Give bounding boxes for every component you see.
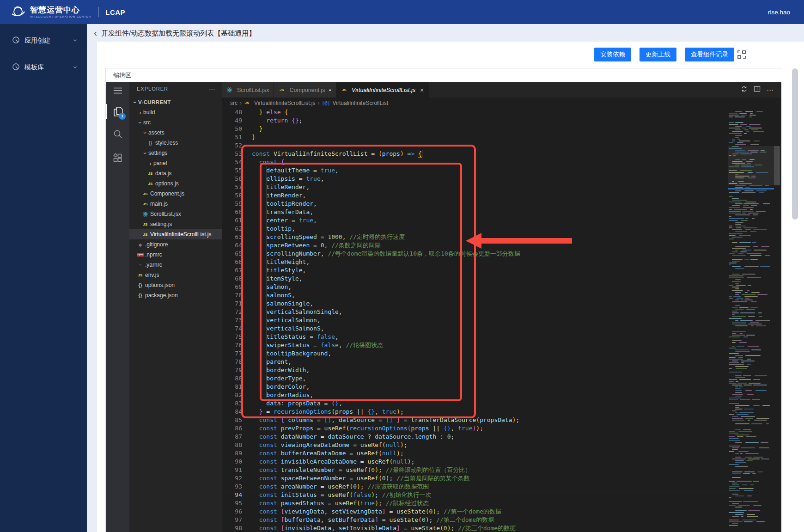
editor-more-icon[interactable]: ⋯	[767, 86, 774, 94]
code-line[interactable]: 69 salmon,	[222, 283, 728, 291]
sidebar-item-template-library[interactable]: 模板库	[0, 57, 87, 78]
tab-scrolllist-jsx[interactable]: ScrollList.jsx	[222, 82, 274, 98]
code-line[interactable]: 73 verticalSalmon,	[222, 316, 728, 324]
tree-item-virtualiinfinitescrolllist-js[interactable]: JSVirtualiInfiniteScrollList.js	[129, 229, 222, 239]
code-line[interactable]: 58 itemRender,	[222, 191, 728, 200]
tree-item-main-js[interactable]: JSmain.js	[129, 199, 222, 209]
code-line[interactable]: 79 borderWidth,	[222, 366, 728, 374]
code-line[interactable]: 87 const dataNumber = dataSource ? dataS…	[222, 433, 728, 441]
tree-item-component-js[interactable]: JSComponent.js	[129, 189, 222, 199]
compare-changes-icon[interactable]	[741, 86, 748, 94]
tree-item-scrolllist-jsx[interactable]: ScrollList.jsx	[129, 209, 222, 219]
sidebar-item-app-create[interactable]: 应用创建	[0, 31, 87, 51]
search-icon[interactable]	[106, 126, 129, 142]
tree-item-data-js[interactable]: JSdata.js	[129, 168, 222, 178]
code-line[interactable]: 62 tooltip,	[222, 225, 728, 233]
code-line[interactable]: 95 const pausedStatus = useRef(true); //…	[222, 499, 728, 508]
code-line[interactable]: 52	[222, 141, 728, 150]
tree-item-style-less[interactable]: {}style.less	[129, 138, 222, 148]
tree-item-options-json[interactable]: {}options.json	[129, 280, 222, 290]
code-line[interactable]: 57 titleRender,	[222, 183, 728, 191]
breadcrumb-item[interactable]: src	[230, 100, 238, 106]
fullscreen-icon[interactable]	[737, 49, 747, 60]
tree-item-package-json[interactable]: {}package.json	[129, 290, 222, 300]
code-line[interactable]: 82 borderRadius,	[222, 391, 728, 399]
code-line[interactable]: 59 tooltipRender,	[222, 200, 728, 208]
code-line[interactable]: 80 borderType,	[222, 374, 728, 383]
explorer-activity-icon[interactable]: 1	[106, 103, 129, 120]
code-line[interactable]: 54 const {	[222, 158, 728, 166]
tree-item-env-js[interactable]: JSenv.js	[129, 270, 222, 280]
editor-scrollbar[interactable]	[774, 146, 780, 185]
split-editor-icon[interactable]	[754, 86, 761, 94]
code-line[interactable]: 90 const invisibleAreaDataDome = useRef(…	[222, 458, 728, 466]
code-line[interactable]: 85 const { columns = [], dataSource = []…	[222, 416, 728, 424]
tree-item-assets[interactable]: ›assets	[129, 128, 222, 138]
code-line[interactable]: 89 const bufferAreaDataDome = useRef(nul…	[222, 449, 728, 458]
code-area[interactable]: 48 } else {49 return {};50 }51}5253const…	[222, 108, 728, 532]
tree-item-npmrc[interactable]: npm.npmrc	[129, 250, 222, 260]
code-text: return {};	[242, 116, 303, 125]
tab-virtualiinfinitescrolllist-js[interactable]: JSVirtualiInfiniteScrollList.js×	[336, 82, 429, 98]
code-line[interactable]: 51}	[222, 133, 728, 141]
code-line[interactable]: 92 const spaceBetweenNumber = useRef(0);…	[222, 474, 728, 483]
code-line[interactable]: 60 transferData,	[222, 208, 728, 216]
code-line[interactable]: 86 const prevProps = useRef(recursionOpt…	[222, 424, 728, 433]
code-line[interactable]: 55 defaultTheme = true,	[222, 166, 728, 175]
code-line[interactable]: 56 ellipsis = true,	[222, 175, 728, 183]
code-line[interactable]: 70 salmonS,	[222, 291, 728, 300]
code-line[interactable]: 71 salmonSingle,	[222, 300, 728, 308]
install-dependencies-button[interactable]: 安装依赖	[594, 48, 631, 61]
product-name[interactable]: LCAP	[105, 8, 125, 16]
tree-item-build[interactable]: ›build	[129, 107, 222, 117]
tree-item-panel[interactable]: ›panel	[129, 158, 222, 168]
code-line[interactable]: 78 parent,	[222, 358, 728, 366]
code-line[interactable]: 97 const [bufferData, setBufferData] = u…	[222, 516, 728, 524]
back-icon[interactable]: ‹	[94, 28, 97, 37]
code-line[interactable]: 98 const [invisibleData, setInvisibleDat…	[222, 524, 728, 532]
code-line[interactable]: 63 scrollingSpeed = 1000, //定时器的执行速度	[222, 233, 728, 241]
update-online-button[interactable]: 更新上线	[640, 48, 676, 61]
code-line[interactable]: 50 }	[222, 125, 728, 133]
code-line[interactable]: 81 borderColor,	[222, 383, 728, 391]
tree-item-settings[interactable]: ›settings	[129, 148, 222, 158]
tree-item-setting-js[interactable]: JSsetting.js	[129, 219, 222, 229]
code-line[interactable]: 77 tooltipBackground,	[222, 349, 728, 358]
tree-item-yarnrc[interactable]: ≡.yarnrc	[129, 260, 222, 270]
tab-component-js[interactable]: JSComponent.js●	[274, 82, 336, 98]
tree-item-src[interactable]: ›src	[129, 117, 222, 128]
code-line[interactable]: 96 const [viewingData, setViewingData] =…	[222, 508, 728, 516]
code-line[interactable]: 94 const initStatus = useRef(false); //初…	[222, 491, 728, 499]
close-icon[interactable]: ×	[420, 86, 424, 94]
breadcrumb-item[interactable]: VirtualiInfiniteScrollList	[333, 100, 389, 106]
code-line[interactable]: 67 titleStyle,	[222, 266, 728, 275]
code-line[interactable]: 93 const areaNumber = useRef(0); //应该获取的…	[222, 483, 728, 491]
code-line[interactable]: 48 } else {	[222, 108, 728, 116]
code-line[interactable]: 61 center = true,	[222, 216, 728, 225]
code-line[interactable]: 49 return {};	[222, 116, 728, 125]
code-line[interactable]: 76 swiperStatus = false, //轮播图状态	[222, 341, 728, 349]
view-component-records-button[interactable]: 查看组件记录	[685, 48, 734, 61]
explorer-more-icon[interactable]: ⋯	[209, 86, 215, 91]
tree-item-gitignore[interactable]: ◆.gitignore	[129, 239, 222, 250]
minimap-slider[interactable]	[728, 146, 780, 185]
breadcrumb-item[interactable]: VirtualiInfiniteScrollList.js	[254, 100, 316, 106]
code-line[interactable]: 53const VirtualiInfiniteScrollList = (pr…	[222, 150, 728, 158]
tree-item-options-js[interactable]: JSoptions.js	[129, 178, 222, 189]
code-line[interactable]: 64 spaceBetween = 0, //条数之间的间隔	[222, 241, 728, 250]
code-line[interactable]: 91 const translateNumber = useRef(0); //…	[222, 466, 728, 474]
page-scrollbar[interactable]	[792, 68, 798, 220]
code-line[interactable]: 66 titleHeight,	[222, 258, 728, 266]
code-line[interactable]: 72 verticalSalmonSingle,	[222, 308, 728, 316]
code-line[interactable]: 68 itemStyle,	[222, 275, 728, 283]
extensions-icon[interactable]	[106, 150, 129, 166]
tree-item-v-current[interactable]: ›V-CURRENT	[129, 97, 222, 107]
code-line[interactable]: 75 titleStatus = false,	[222, 333, 728, 341]
username[interactable]: rise.hao	[768, 9, 790, 16]
code-line[interactable]: 65 scrollingNumber, //每个dome渲染的数据量默认10条，…	[222, 250, 728, 258]
menu-icon[interactable]	[106, 82, 129, 99]
code-line[interactable]: 83 data: propsData = {},	[222, 399, 728, 408]
code-line[interactable]: 88 const viewingAreaDataDome = useRef(nu…	[222, 441, 728, 449]
code-line[interactable]: 84 } = recursionOptions(props || {}, tru…	[222, 408, 728, 416]
code-line[interactable]: 74 verticalSalmonS,	[222, 324, 728, 333]
